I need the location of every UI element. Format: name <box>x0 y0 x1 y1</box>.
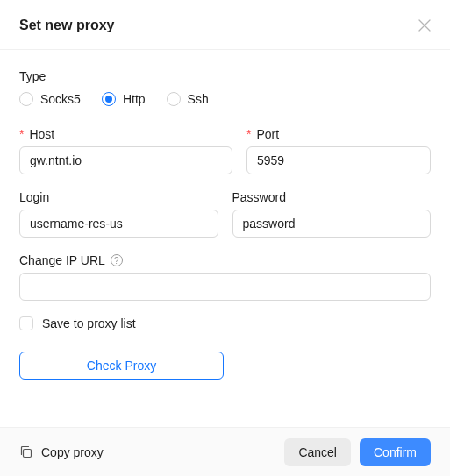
checkbox-label: Save to proxy list <box>42 316 136 330</box>
radio-http[interactable]: Http <box>102 92 146 106</box>
required-asterisk: * <box>246 127 251 141</box>
host-input[interactable] <box>19 146 232 174</box>
type-radio-group: Socks5 Http Ssh <box>19 92 431 106</box>
radio-indicator <box>102 92 116 106</box>
check-proxy-button[interactable]: Check Proxy <box>19 352 224 380</box>
required-asterisk: * <box>19 127 24 141</box>
radio-label: Socks5 <box>40 92 81 106</box>
change-ip-url-input[interactable] <box>19 273 431 301</box>
checkbox-indicator <box>19 316 33 330</box>
radio-label: Ssh <box>188 92 209 106</box>
radio-indicator <box>19 92 33 106</box>
radio-ssh[interactable]: Ssh <box>167 92 209 106</box>
copy-proxy-button[interactable]: Copy proxy <box>19 445 104 459</box>
close-button[interactable] <box>418 19 431 32</box>
host-label: * Host <box>19 127 232 141</box>
save-to-proxy-list-checkbox[interactable]: Save to proxy list <box>19 316 431 330</box>
change-ip-url-label: Change IP URL ? <box>19 253 431 267</box>
password-label: Password <box>232 190 432 204</box>
confirm-button[interactable]: Confirm <box>360 438 431 466</box>
type-label: Type <box>19 69 431 83</box>
login-label: Login <box>19 190 218 204</box>
radio-indicator <box>167 92 181 106</box>
password-input[interactable] <box>232 210 432 238</box>
radio-socks5[interactable]: Socks5 <box>19 92 81 106</box>
copy-proxy-label: Copy proxy <box>41 445 104 459</box>
login-input[interactable] <box>19 210 218 238</box>
dialog-title: Set new proxy <box>19 18 114 33</box>
port-input[interactable] <box>246 146 431 174</box>
port-label: * Port <box>246 127 431 141</box>
close-icon <box>418 19 431 32</box>
radio-label: Http <box>123 92 146 106</box>
help-icon[interactable]: ? <box>111 254 123 266</box>
svg-rect-0 <box>24 450 32 458</box>
copy-icon <box>19 445 32 458</box>
cancel-button[interactable]: Cancel <box>284 438 351 466</box>
